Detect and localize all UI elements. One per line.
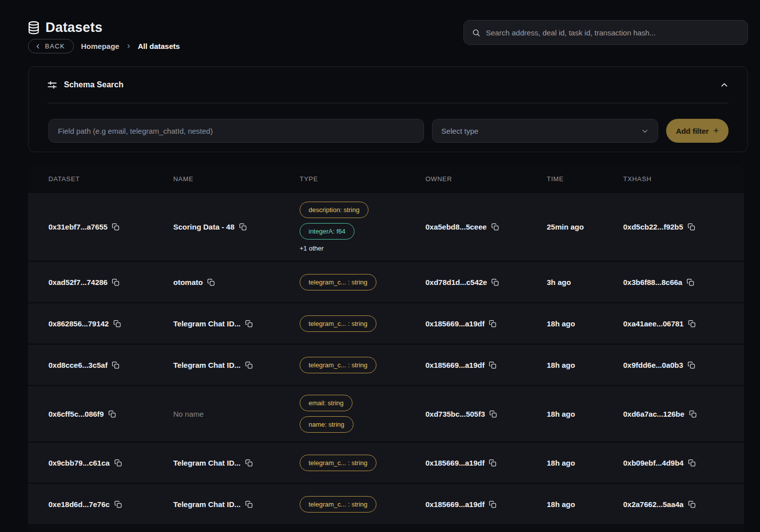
txhash-cell: 0xb09ebf...4d9b4 (623, 459, 734, 467)
copy-icon[interactable] (688, 501, 696, 508)
owner-cell: 0x185669...a19df (425, 319, 547, 328)
type-cell: email: stringname: string (300, 386, 425, 441)
copy-icon[interactable] (489, 320, 496, 327)
copy-icon[interactable] (491, 223, 499, 231)
dataset-name: Telegram Chat ID... (173, 459, 241, 467)
schema-search-panel: Schema Search Select type Add filter + (28, 66, 748, 152)
table-row[interactable]: 0x862856...79142 Telegram Chat ID... tel… (28, 303, 744, 343)
copy-icon[interactable] (113, 320, 121, 327)
type-cell: telegram_c... : string (300, 446, 425, 480)
copy-icon[interactable] (114, 501, 122, 508)
type-chip: description: string (300, 202, 369, 218)
txhash-cell: 0xa41aee...06781 (623, 319, 734, 328)
copy-icon[interactable] (689, 410, 697, 418)
copy-icon[interactable] (688, 320, 696, 327)
search-icon (472, 28, 480, 37)
copy-icon[interactable] (688, 459, 696, 467)
column-header: TIME (547, 175, 623, 183)
dataset-name: otomato (173, 278, 203, 286)
copy-icon[interactable] (491, 278, 499, 286)
add-filter-button[interactable]: Add filter + (666, 119, 729, 143)
owner-cell: 0x185669...a19df (425, 361, 547, 369)
txhash: 0xa41aee...06781 (623, 319, 684, 328)
table-row[interactable]: 0xad52f7...74286 otomato telegram_c... :… (28, 262, 744, 302)
search-input[interactable] (486, 28, 740, 37)
dataset-name: No name (173, 410, 204, 418)
copy-icon[interactable] (245, 361, 253, 369)
type-chip: telegram_c... : string (300, 274, 377, 290)
schema-search-header: Schema Search (28, 67, 748, 103)
type-chip: telegram_c... : string (300, 315, 377, 332)
name-cell: Telegram Chat ID... (173, 319, 300, 328)
row-time: 18h ago (547, 361, 575, 369)
filter-controls: Select type Add filter + (28, 103, 748, 143)
txhash: 0xd5cb22...f92b5 (623, 223, 683, 231)
table-row[interactable]: 0x6cff5c...086f9 No name email: stringna… (28, 386, 744, 441)
copy-icon[interactable] (688, 361, 695, 369)
copy-icon[interactable] (108, 410, 116, 418)
column-header: TXHASH (623, 175, 734, 183)
breadcrumb-homepage[interactable]: Homepage (81, 42, 119, 50)
breadcrumb: Homepage All datasets (81, 42, 180, 50)
name-cell: Telegram Chat ID... (173, 361, 300, 369)
copy-icon[interactable] (245, 459, 253, 467)
back-button[interactable]: BACK (28, 39, 74, 53)
owner-address: 0x185669...a19df (425, 459, 484, 467)
copy-icon[interactable] (489, 459, 496, 467)
table-row[interactable]: 0x31ebf7...a7655 Scoring Data - 48 descr… (28, 193, 744, 261)
chevron-right-icon (126, 43, 131, 49)
copy-icon[interactable] (207, 278, 215, 286)
dataset-id: 0x9cbb79...c61ca (48, 459, 110, 467)
breadcrumb-current: All datasets (138, 42, 180, 50)
row-time: 18h ago (547, 319, 575, 328)
type-select[interactable]: Select type (432, 119, 658, 143)
copy-icon[interactable] (112, 361, 119, 369)
name-cell: Scoring Data - 48 (173, 223, 300, 231)
type-cell: telegram_c... : string (300, 307, 425, 340)
txhash-cell: 0xd6a7ac...126be (623, 410, 734, 418)
copy-icon[interactable] (114, 459, 122, 467)
type-cell: telegram_c... : string (300, 488, 425, 521)
copy-icon[interactable] (245, 501, 253, 508)
copy-icon[interactable] (489, 410, 497, 418)
global-search (463, 20, 748, 45)
copy-icon[interactable] (112, 223, 119, 231)
owner-address: 0x185669...a19df (425, 319, 484, 328)
table-row[interactable]: 0xd8cce6...3c5af Telegram Chat ID... tel… (28, 345, 744, 385)
table-row[interactable]: 0x9cbb79...c61ca Telegram Chat ID... tel… (28, 443, 744, 483)
chevron-up-icon[interactable] (720, 81, 729, 89)
more-types-label: +1 other (300, 245, 324, 252)
time-cell: 18h ago (547, 361, 623, 369)
type-cell: telegram_c... : string (300, 266, 425, 299)
database-icon (28, 21, 39, 34)
txhash: 0x9fdd6e...0a0b3 (623, 361, 683, 369)
copy-icon[interactable] (687, 278, 694, 286)
type-cell: description: stringintegerA: f64+1 other (300, 193, 425, 261)
copy-icon[interactable] (239, 223, 247, 231)
txhash: 0xb09ebf...4d9b4 (623, 459, 684, 467)
owner-address: 0xa5ebd8...5ceee (425, 223, 487, 231)
time-cell: 3h ago (547, 278, 623, 286)
dataset-name: Scoring Data - 48 (173, 223, 235, 231)
dataset-id: 0x6cff5c...086f9 (48, 410, 104, 418)
row-time: 25min ago (547, 223, 584, 231)
back-label: BACK (45, 42, 65, 50)
dataset-cell: 0xad52f7...74286 (48, 278, 173, 286)
chevron-left-icon (35, 43, 41, 49)
txhash-cell: 0xd5cb22...f92b5 (623, 223, 734, 231)
copy-icon[interactable] (688, 223, 695, 231)
txhash-cell: 0x9fdd6e...0a0b3 (623, 361, 734, 369)
copy-icon[interactable] (489, 501, 496, 508)
copy-icon[interactable] (112, 278, 119, 286)
name-cell: Telegram Chat ID... (173, 459, 300, 467)
plus-icon: + (713, 126, 719, 135)
copy-icon[interactable] (489, 361, 496, 369)
copy-icon[interactable] (245, 320, 253, 327)
time-cell: 18h ago (547, 410, 623, 418)
dataset-name: Telegram Chat ID... (173, 361, 241, 369)
time-cell: 25min ago (547, 223, 623, 231)
dataset-cell: 0x31ebf7...a7655 (48, 223, 173, 231)
field-path-input[interactable] (48, 119, 424, 143)
type-chip: telegram_c... : string (300, 357, 377, 373)
table-row[interactable]: 0xe18d6d...7e76c Telegram Chat ID... tel… (28, 484, 744, 524)
